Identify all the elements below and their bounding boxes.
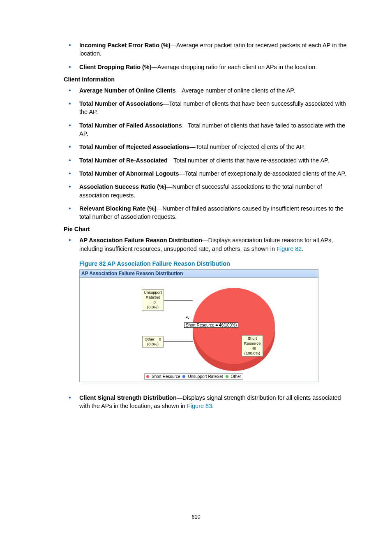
bullet-list-post: Client Signal Strength Distribution—Disp…	[64, 394, 353, 410]
desc: —Total number of clients that have re-as…	[168, 157, 329, 164]
legend-dot-icon	[182, 375, 185, 378]
pie-chart: Unsupport RateSet = 0 (0.0%) Other = 0 (…	[80, 278, 318, 382]
legend-dot-icon	[226, 375, 228, 378]
term: Relevant Blocking Rate (%)	[79, 205, 157, 212]
chart-label-other: Other = 0 (0.0%)	[142, 336, 164, 348]
desc-tail: .	[302, 246, 303, 252]
legend-dot-icon	[146, 375, 149, 378]
term: Total Number of Associations	[79, 100, 163, 107]
cursor-icon: ↖	[185, 314, 190, 321]
bullet-list-2: Average Number of Online Clients—Average…	[64, 86, 353, 221]
page-number: 610	[0, 514, 392, 520]
connector-line	[164, 300, 193, 301]
bullet-list-pie: AP Association Failure Reason Distributi…	[64, 236, 353, 253]
desc: —Average dropping ratio for each client …	[152, 64, 317, 70]
chart-label-short: Short Resource = 46 (100.0%)	[242, 335, 263, 357]
list-item: AP Association Failure Reason Distributi…	[64, 236, 353, 253]
panel-title: AP Association Failure Reason Distributi…	[80, 270, 318, 278]
list-item: Total Number of Associations—Total numbe…	[64, 100, 353, 116]
connector-line	[164, 341, 193, 342]
list-item: Total Number of Rejected Associations—To…	[64, 143, 353, 151]
desc: —Total number of exceptionally de-associ…	[179, 170, 346, 177]
desc: —Average number of online clients of the…	[176, 87, 295, 94]
term: Total Number of Re-Associated	[79, 157, 168, 164]
list-item: Relevant Blocking Rate (%)—Number of fai…	[64, 204, 353, 221]
list-item: Client Signal Strength Distribution—Disp…	[64, 394, 353, 410]
chart-legend: Short Resource Unsupport RateSet Other	[144, 373, 243, 380]
figure-82-box: AP Association Failure Reason Distributi…	[79, 269, 318, 382]
bullet-list-1: Incoming Packet Error Ratio (%)—Average …	[64, 41, 353, 71]
list-item: Average Number of Online Clients—Average…	[64, 86, 353, 95]
section-heading-pie-chart: Pie Chart	[64, 226, 353, 232]
term: Client Signal Strength Distribution	[79, 394, 177, 401]
term: Total Number of Failed Associations	[79, 122, 182, 129]
list-item: Association Success Ratio (%)—Number of …	[64, 183, 353, 199]
desc-tail: .	[212, 403, 214, 409]
figure-83-link[interactable]: Figure 83	[187, 403, 212, 409]
legend-label: Other	[231, 374, 241, 379]
section-heading-client-info: Client Information	[64, 76, 353, 83]
list-item: Incoming Packet Error Ratio (%)—Average …	[64, 41, 353, 58]
list-item: Total Number of Abnormal Logouts—Total n…	[64, 169, 353, 178]
term: Total Number of Abnormal Logouts	[79, 170, 179, 177]
chart-tooltip: Short Resource = 46(100%)	[184, 322, 238, 328]
legend-label: Short Resource	[152, 374, 180, 379]
list-item: Total Number of Re-Associated—Total numb…	[64, 156, 353, 165]
legend-label: Unsupport RateSet	[188, 374, 223, 379]
term: Client Dropping Ratio (%)	[79, 64, 152, 70]
term: Incoming Packet Error Ratio (%)	[79, 42, 171, 49]
chart-label-unsupport: Unsupport RateSet = 0 (0.0%)	[142, 289, 164, 311]
list-item: Total Number of Failed Associations—Tota…	[64, 121, 353, 138]
figure-82-link[interactable]: Figure 82	[277, 246, 302, 252]
list-item: Client Dropping Ratio (%)—Average droppi…	[64, 63, 353, 71]
desc: —Total number of rejected clients of the…	[189, 144, 304, 150]
term: Association Success Ratio (%)	[79, 183, 166, 190]
term: AP Association Failure Reason Distributi…	[79, 237, 202, 243]
term: Average Number of Online Clients	[79, 87, 176, 94]
figure-82-caption: Figure 82 AP Association Failure Reason …	[79, 260, 353, 267]
term: Total Number of Rejected Associations	[79, 144, 189, 150]
